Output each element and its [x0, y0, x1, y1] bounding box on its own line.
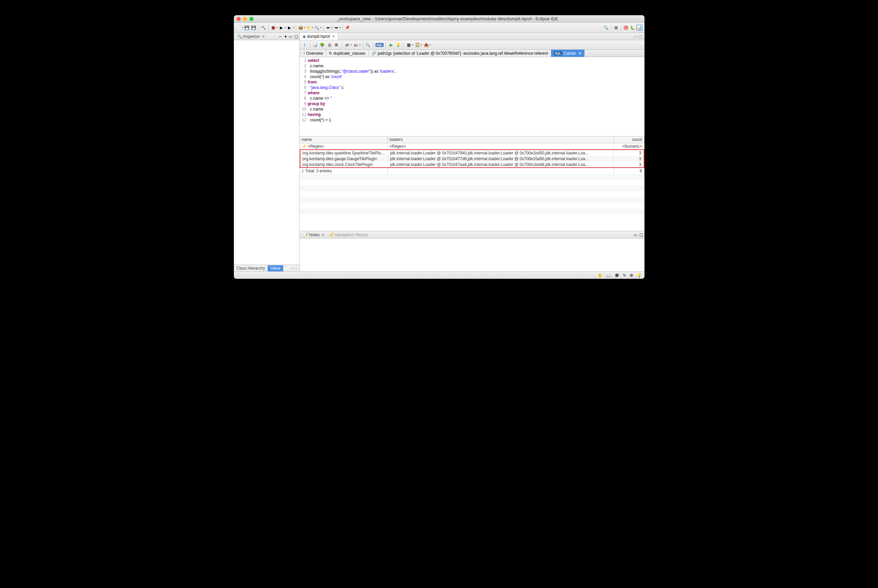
sql-editor[interactable]: 123456789101112 select c.name, listagg(t… — [300, 57, 644, 136]
save-all-button[interactable]: 💾 — [251, 25, 257, 31]
overview-icon[interactable]: i — [302, 42, 308, 48]
search-tool-button[interactable]: 🔍 — [314, 25, 320, 31]
sb-hand-icon[interactable]: ✋ — [597, 273, 603, 278]
maximize-icon[interactable]: ▢ — [294, 34, 298, 39]
thread-icon[interactable]: ⚙ — [333, 42, 340, 48]
minimize-window-icon[interactable] — [243, 17, 247, 21]
save-button[interactable]: 💾 — [244, 25, 250, 31]
content-area: 🔍 Inspector ✕ ↔ ▾ ▭ ▢ Class Hierarchy Va… — [234, 33, 644, 272]
oql-icon[interactable]: ◎ — [326, 42, 333, 48]
histogram-icon[interactable]: 📊 — [312, 42, 318, 48]
results-table: name loaders count ⚡ <Regex> <Regex> <Nu… — [300, 136, 644, 231]
debug-perspective-icon[interactable]: 🐛 — [630, 25, 636, 31]
sigma-icon: Σ — [302, 169, 304, 173]
inspector-tab-icon: 🔍 — [237, 34, 242, 39]
notes-tab[interactable]: 📝 Notes ✕ — [301, 232, 327, 238]
path-icon: 🔗 — [371, 51, 377, 56]
query-browser-icon[interactable]: 🗂 — [353, 42, 359, 48]
notes-icon: 📝 — [303, 232, 308, 237]
table-row[interactable]: org.kordamp.tiles.clock.ClockTilePlugin … — [300, 162, 644, 167]
bottom-panel: 📝 Notes ✕ 🧭 Navigation History ▭ ▢ — [300, 231, 644, 272]
sql-icon[interactable]: SQL — [375, 43, 384, 47]
new-package-button[interactable]: 📁 — [306, 25, 312, 31]
sql-icon: SQL — [554, 51, 562, 56]
sb-book-icon[interactable]: 📖 — [606, 273, 611, 278]
debug-button[interactable]: 🐞 — [270, 25, 276, 31]
mat-toolbar: i 📊 🌳 ◎ ⚙ ⇄▾ 🗂▾ 🔍 SQL ▶ 💡 ▦▾ 🧮▾ 📤▾ — [300, 40, 644, 50]
close-window-icon[interactable] — [237, 17, 241, 21]
path2gc-tab[interactable]: 🔗 path2gc [selection of 'Loader @ 0x7007… — [369, 50, 551, 57]
info-icon: i — [304, 51, 305, 56]
run-button[interactable]: ▶ — [278, 25, 285, 31]
overview-tab[interactable]: i Overview — [301, 50, 326, 57]
minimize-icon[interactable]: ▭ — [289, 34, 292, 39]
heap-dump-icon: ◉ — [302, 34, 306, 39]
export-icon[interactable]: 📤 — [423, 42, 429, 48]
value-tab[interactable]: Value — [268, 265, 283, 272]
maximize-icon[interactable]: ▢ — [639, 34, 642, 39]
filter-icon: ⚡ — [302, 144, 307, 149]
find-icon[interactable]: 🔍 — [365, 42, 371, 48]
compare-icon[interactable]: ⇄ — [344, 42, 350, 48]
calcite-tab[interactable]: SQL Calcite ✕ — [551, 50, 585, 57]
calculator-icon[interactable]: 🧮 — [414, 42, 420, 48]
group-icon[interactable]: ▦ — [405, 42, 412, 48]
java-perspective-icon[interactable]: 🎯 — [623, 25, 629, 31]
class-hierarchy-tab[interactable]: Class Hierarchy — [234, 265, 268, 272]
code-content[interactable]: select c.name, listagg(toString(c."@clas… — [308, 57, 644, 136]
inspector-panel: 🔍 Inspector ✕ ↔ ▾ ▭ ▢ Class Hierarchy Va… — [234, 33, 300, 272]
open-perspective-button[interactable]: ⊞ — [613, 25, 619, 31]
run-last-button[interactable]: ▶ — [287, 25, 293, 31]
run-query-icon[interactable]: ▶ — [388, 42, 394, 48]
eclipse-window: _workspace_new - /Users/gunnar/Developme… — [234, 15, 644, 279]
duplicate-classes-tab[interactable]: ↻ duplicate_classes — [326, 50, 369, 57]
window-controls — [237, 17, 254, 21]
sync-icon[interactable]: ↔ — [278, 34, 282, 39]
close-icon[interactable]: ✕ — [321, 232, 325, 237]
mat-perspective-icon[interactable]: 📊 — [636, 25, 642, 31]
inspector-tab[interactable]: 🔍 Inspector ✕ — [235, 33, 267, 39]
status-bar: ✋ 📖 🎓 ✎ ⚙ 💡 — [234, 272, 644, 279]
close-icon[interactable]: ✕ — [578, 51, 582, 56]
col-name[interactable]: name — [300, 136, 388, 143]
close-icon[interactable]: ✕ — [332, 34, 335, 39]
table-row[interactable]: org.kordamp.tiles.sparkline.SparklineTil… — [300, 150, 644, 156]
page-tabs: i Overview ↻ duplicate_classes 🔗 path2gc… — [300, 50, 644, 57]
new-class-button[interactable]: 📦 — [298, 25, 304, 31]
maximize-icon[interactable]: ▢ — [639, 232, 643, 237]
sb-edit-icon[interactable]: ✎ — [623, 273, 626, 278]
col-count[interactable]: count — [614, 136, 644, 143]
minimize-icon[interactable]: ▭ — [634, 232, 637, 237]
titlebar: _workspace_new - /Users/gunnar/Developme… — [234, 15, 644, 22]
line-gutter: 123456789101112 — [300, 57, 308, 136]
pin-button[interactable]: 📌 — [344, 25, 350, 31]
editor-area: ◉ dump8.hprof ✕ ▭ ▢ i 📊 🌳 ◎ ⚙ ⇄▾ 🗂▾ — [300, 33, 644, 272]
build-button[interactable]: 🔨 — [261, 25, 267, 31]
dominator-tree-icon[interactable]: 🌳 — [320, 42, 326, 48]
forward-button[interactable]: ➡ — [333, 25, 339, 31]
sb-grad-icon[interactable]: 🎓 — [614, 273, 620, 278]
navigation-history-tab[interactable]: 🧭 Navigation History — [327, 232, 370, 238]
lightbulb-icon[interactable]: 💡 — [395, 42, 401, 48]
inspector-subtabs: Class Hierarchy Value ▭ ▢ — [234, 265, 299, 272]
col-loaders[interactable]: loaders — [388, 136, 614, 143]
sb-gear-icon[interactable]: ⚙ — [630, 273, 633, 278]
maximize-window-icon[interactable] — [249, 17, 254, 21]
subtab-controls[interactable]: ▭ ▢ — [291, 267, 299, 270]
window-title: _workspace_new - /Users/gunnar/Developme… — [254, 16, 642, 21]
sb-bulb-icon[interactable]: 💡 — [637, 273, 642, 278]
notes-body[interactable] — [300, 238, 644, 272]
menu-icon[interactable]: ▾ — [285, 34, 287, 39]
filter-row: ⚡ <Regex> <Regex> <Numeric> — [300, 143, 644, 149]
table-header: name loaders count — [300, 136, 644, 143]
total-row: ΣTotal: 3 entries 9 — [300, 168, 644, 174]
minimize-icon[interactable]: ▭ — [634, 34, 638, 39]
back-button[interactable]: ⬅ — [325, 25, 331, 31]
main-toolbar: 📄▾ 💾 💾 🔨 🐞▾ ▶▾ ▶▾ 📦▾ 📁▾ 🔍▾ ⬅▾ ➡▾ 📌 🔍 ⊞ 🎯… — [234, 22, 644, 33]
editor-tab-dump8[interactable]: ◉ dump8.hprof ✕ — [300, 33, 338, 40]
new-button[interactable]: 📄 — [236, 25, 242, 31]
close-icon[interactable]: ✕ — [261, 34, 265, 39]
table-row[interactable]: org.kordamp.tiles.gauge.GaugeTilePlugin … — [300, 156, 644, 162]
refresh-icon: ↻ — [329, 51, 332, 56]
search-icon[interactable]: 🔍 — [603, 25, 609, 31]
